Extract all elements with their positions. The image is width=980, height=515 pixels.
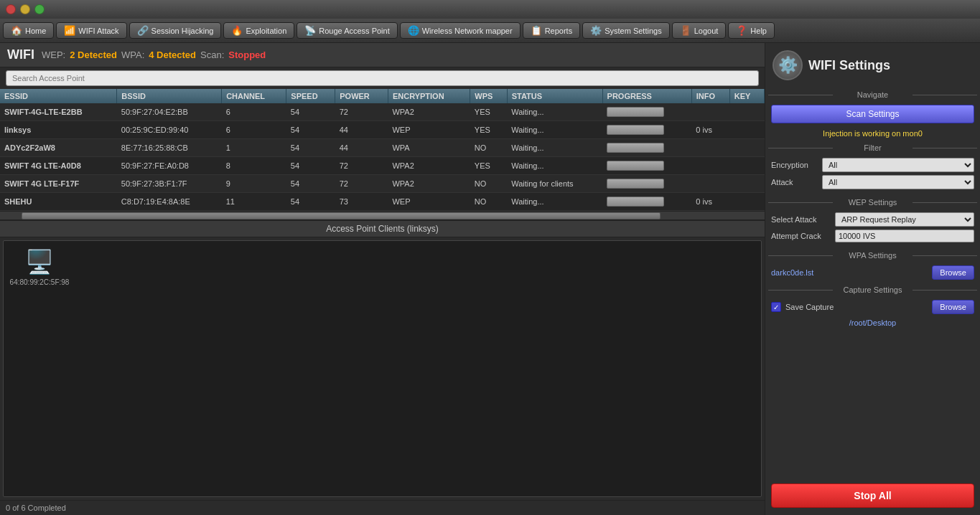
wep-settings-section: Select Attack ARP Request Replay Attempt… — [765, 209, 980, 248]
antenna-icon: 📡 — [304, 25, 316, 36]
cell-info — [691, 139, 729, 157]
wep-settings-divider: WEP Settings — [765, 198, 980, 207]
cell-power: 72 — [335, 157, 388, 175]
cell-encryption: WPA2 — [388, 175, 470, 193]
col-progress: PROGRESS — [602, 89, 691, 103]
col-encryption: ENCRYPTION — [388, 89, 470, 103]
select-attack-row: Select Attack ARP Request Replay — [771, 212, 974, 227]
filter-divider: Filter — [765, 143, 980, 152]
scan-status: Stopped — [228, 49, 266, 60]
table-row[interactable]: linksys 00:25:9C:ED:99:40 6 54 44 WEP YE… — [0, 121, 765, 139]
nav-reports[interactable]: 📋 Reports — [523, 22, 581, 39]
cell-encryption: WEP — [388, 193, 470, 211]
progress-bar — [607, 125, 664, 135]
cell-progress — [602, 175, 691, 193]
progress-bar — [607, 179, 664, 189]
cell-status: Waiting... — [507, 157, 602, 175]
table-row[interactable]: ADYc2F2aW8 8E:77:16:25:88:CB 1 54 44 WPA… — [0, 139, 765, 157]
cell-status: Waiting... — [507, 193, 602, 211]
attempt-crack-label: Attempt Crack — [771, 232, 832, 240]
cell-key — [729, 175, 764, 193]
cell-channel: 9 — [222, 175, 286, 193]
scan-settings-button[interactable]: Scan Settings — [771, 105, 974, 123]
wifi-header: WIFI WEP: 2 Detected WPA: 4 Detected Sca… — [0, 43, 765, 67]
navigate-divider: Navigate — [765, 90, 980, 99]
save-capture-checkbox[interactable]: ✓ — [771, 302, 781, 312]
maximize-button[interactable] — [34, 4, 45, 14]
minimize-button[interactable] — [20, 4, 30, 14]
cell-info: 0 ivs — [691, 193, 729, 211]
nav-rouge-ap[interactable]: 📡 Rouge Access Point — [297, 22, 397, 39]
cell-key — [729, 103, 764, 121]
cell-speed: 54 — [286, 121, 335, 139]
wpa-browse-button[interactable]: Browse — [932, 265, 974, 280]
cell-power: 73 — [335, 193, 388, 211]
client-mac: 64:80:99:2C:5F:98 — [10, 278, 70, 286]
client-item: 🖥️ 64:80:99:2C:5F:98 — [11, 248, 68, 286]
cell-encryption: WPA2 — [388, 103, 470, 121]
table-row[interactable]: SWIFT 4G LTE-F17F 50:9F:27:3B:F1:7F 9 54… — [0, 175, 765, 193]
cell-wps: YES — [470, 103, 507, 121]
nav-logout[interactable]: 🚪 Logout — [672, 22, 727, 39]
ap-table: ESSID BSSID CHANNEL SPEED POWER ENCRYPTI… — [0, 89, 765, 211]
select-attack-dropdown[interactable]: ARP Request Replay — [835, 212, 974, 227]
progress-bar — [607, 197, 664, 207]
clients-header: Access Point Clients (linksys) — [0, 221, 765, 237]
capture-settings-divider: Capture Settings — [765, 285, 980, 294]
cell-wps: NO — [470, 175, 507, 193]
cell-channel: 11 — [222, 193, 286, 211]
chain-icon: 🔗 — [137, 25, 149, 36]
cell-essid: SHEHU — [0, 193, 117, 211]
cell-bssid: 50:9F:27:3B:F1:7F — [117, 175, 222, 193]
header-info: WEP: 2 Detected WPA: 4 Detected Scan: St… — [42, 49, 266, 60]
clipboard-icon: 📋 — [531, 25, 542, 36]
progress-footer: 0 of 6 Completed — [0, 500, 765, 515]
settings-icon: ⚙️ — [590, 25, 602, 36]
cell-wps: NO — [470, 193, 507, 211]
attack-filter-select[interactable]: All — [822, 175, 974, 189]
nav-session-hijacking[interactable]: 🔗 Session Hijacking — [129, 22, 222, 39]
close-button[interactable] — [6, 4, 16, 14]
nav-help[interactable]: ❓ Help — [728, 22, 775, 39]
horizontal-scrollbar[interactable] — [0, 211, 765, 219]
injection-status: Injection is working on mon0 — [765, 126, 980, 141]
stop-all-button[interactable]: Stop All — [771, 483, 974, 508]
nav-wireless-mapper[interactable]: 🌐 Wireless Network mapper — [400, 22, 521, 39]
table-row[interactable]: SWIFT-4G-LTE-E2BB 50:9F:27:04:E2:BB 6 54… — [0, 103, 765, 121]
cell-bssid: 00:25:9C:ED:99:40 — [117, 121, 222, 139]
col-status: STATUS — [507, 89, 602, 103]
col-info: INFO — [691, 89, 729, 103]
nav-wifi-attack[interactable]: 📶 WIFI Attack — [56, 22, 126, 39]
table-header-row: ESSID BSSID CHANNEL SPEED POWER ENCRYPTI… — [0, 89, 765, 103]
wifi-title: WIFI — [7, 47, 34, 62]
cell-power: 44 — [335, 139, 388, 157]
search-input[interactable] — [6, 70, 759, 86]
nav-home[interactable]: 🏠 Home — [3, 22, 54, 39]
wpa-label: WPA: — [121, 49, 144, 60]
left-content: WIFI WEP: 2 Detected WPA: 4 Detected Sca… — [0, 43, 765, 515]
wep-count: 2 Detected — [70, 49, 117, 60]
cell-progress — [602, 121, 691, 139]
attempt-crack-row: Attempt Crack — [771, 230, 974, 242]
cell-bssid: 8E:77:16:25:88:CB — [117, 139, 222, 157]
cell-speed: 54 — [286, 139, 335, 157]
table-row[interactable]: SHEHU C8:D7:19:E4:8A:8E 11 54 73 WEP NO … — [0, 193, 765, 211]
clients-panel: Access Point Clients (linksys) 🖥️ 64:80:… — [0, 221, 765, 500]
capture-browse-button[interactable]: Browse — [932, 300, 974, 314]
cell-power: 72 — [335, 103, 388, 121]
cell-bssid: C8:D7:19:E4:8A:8E — [117, 193, 222, 211]
cell-key — [729, 121, 764, 139]
attempt-crack-input[interactable] — [835, 230, 974, 242]
logout-icon: 🚪 — [680, 25, 691, 36]
save-capture-row: ✓ Save Capture Browse — [765, 297, 980, 317]
cell-essid: SWIFT 4G LTE-A0D8 — [0, 157, 117, 175]
encryption-filter-row: Encryption All WEP WPA WPA2 — [771, 158, 974, 172]
nav-exploitation[interactable]: 🔥 Exploitation — [223, 22, 294, 39]
encryption-filter-select[interactable]: All WEP WPA WPA2 — [822, 158, 974, 172]
cell-channel: 6 — [222, 121, 286, 139]
wordlist-path: darkc0de.lst — [771, 268, 928, 277]
nav-system-settings[interactable]: ⚙️ System Settings — [582, 22, 669, 39]
encryption-filter-label: Encryption — [771, 161, 818, 169]
scroll-thumb[interactable] — [22, 212, 661, 219]
table-row[interactable]: SWIFT 4G LTE-A0D8 50:9F:27:FE:A0:D8 8 54… — [0, 157, 765, 175]
